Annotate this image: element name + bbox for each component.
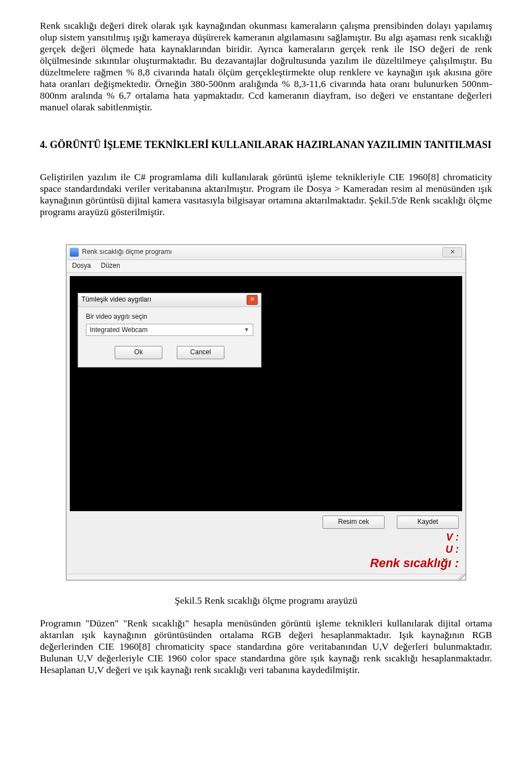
paragraph-3: Programın "Düzen" "Renk sıcaklığı" hesap… xyxy=(40,618,492,676)
status-strip xyxy=(66,574,466,580)
app-window: Renk sıcaklığı ölçme programı ✕ Dosya Dü… xyxy=(66,244,466,580)
section-heading: 4. GÖRÜNTÜ İŞLEME TEKNİKLERİ KULLANILARA… xyxy=(40,139,492,151)
cancel-button[interactable]: Cancel xyxy=(177,346,224,359)
save-button[interactable]: Kaydet xyxy=(397,516,459,529)
readout: V : U : Renk sıcaklığı : xyxy=(66,531,466,574)
action-bar: Resim cek Kaydet xyxy=(66,511,466,531)
titlebar: Renk sıcaklığı ölçme programı ✕ xyxy=(66,245,466,260)
image-canvas: Tümleşik video aygıtları ✕ Bir video ayg… xyxy=(70,276,462,511)
menubar: Dosya Düzen xyxy=(66,260,466,273)
readout-temp: Renk sıcaklığı : xyxy=(66,556,459,570)
menu-edit[interactable]: Düzen xyxy=(101,262,120,269)
readout-u: U : xyxy=(66,543,459,556)
device-select-value: Integrated Webcam xyxy=(90,326,148,334)
dialog-close-button[interactable]: ✕ xyxy=(247,295,258,305)
dialog-label: Bir video aygıtı seçin xyxy=(86,313,253,320)
window-title: Renk sıcaklığı ölçme programı xyxy=(82,248,442,256)
device-select[interactable]: Integrated Webcam ▼ xyxy=(86,324,253,336)
menu-file[interactable]: Dosya xyxy=(72,262,91,269)
paragraph-2: Geliştirilen yazılım ile C# programlama … xyxy=(40,171,492,218)
ok-button[interactable]: Ok xyxy=(115,346,162,359)
window-close-button[interactable]: ✕ xyxy=(442,247,462,257)
chevron-down-icon: ▼ xyxy=(244,327,249,333)
readout-v: V : xyxy=(66,531,459,544)
paragraph-1: Renk sıcaklığı değeri direk olarak ışık … xyxy=(40,20,492,113)
capture-button[interactable]: Resim cek xyxy=(323,516,385,529)
resize-grip-icon[interactable] xyxy=(458,574,466,580)
dialog-title: Tümleşik video aygıtları xyxy=(81,295,151,303)
figure-caption: Şekil.5 Renk sıcaklığı ölçme programı ar… xyxy=(40,595,492,606)
device-dialog: Tümleşik video aygıtları ✕ Bir video ayg… xyxy=(78,293,262,368)
app-icon xyxy=(70,248,79,257)
